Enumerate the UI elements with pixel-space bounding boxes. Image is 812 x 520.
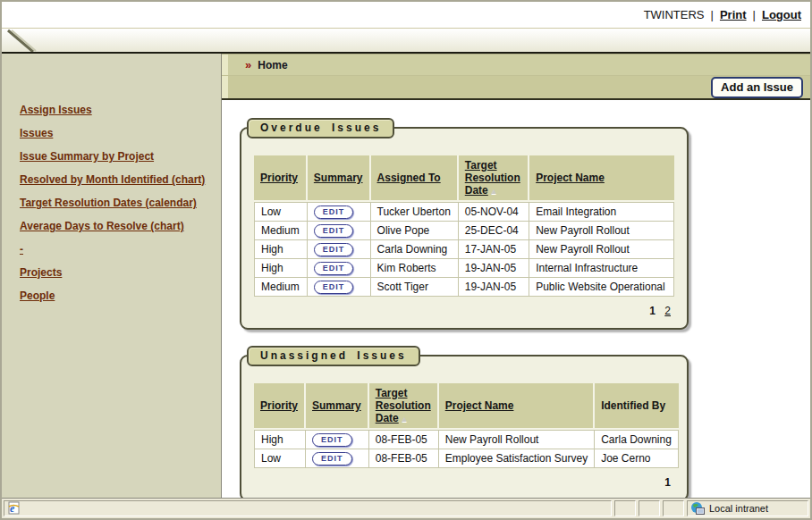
breadcrumb: » Home <box>222 54 810 75</box>
svg-text:e: e <box>10 502 15 515</box>
sidebar-item-target-calendar[interactable]: Target Resolution Dates (calendar) <box>20 197 221 220</box>
assigned-to-cell: Carla Downing <box>371 240 459 259</box>
col-project-name: Project Name <box>529 155 674 202</box>
sidebar-item-resolved-chart[interactable]: Resolved by Month Identified (chart) <box>20 173 221 197</box>
sidebar-item-dash[interactable]: - <box>20 243 221 266</box>
project-name-cell: Email Integration <box>529 202 674 222</box>
target-date-cell: 19-JAN-05 <box>459 259 529 278</box>
swoosh-decoration <box>4 29 57 52</box>
assigned-to-cell: Olive Pope <box>371 222 459 240</box>
add-issue-button[interactable]: Add an Issue <box>711 77 803 98</box>
security-zone-panel: Local intranet <box>687 500 808 516</box>
assigned-to-cell: Scott Tiger <box>371 278 459 297</box>
priority-cell: High <box>254 430 306 449</box>
project-name-cell: New Payroll Rollout <box>529 240 674 259</box>
browser-window: TWINTERS | Print | Logout Assign Issues … <box>0 0 812 520</box>
summary-cell: EDIT <box>306 430 369 449</box>
browser-statusbar: e Local intranet <box>2 498 810 518</box>
banner-band <box>2 28 810 52</box>
status-panel-1 <box>614 500 636 516</box>
sort-ascending-icon: ▲ <box>401 415 409 424</box>
sort-assigned-link[interactable]: Assigned To <box>377 172 441 184</box>
summary-cell: EDIT <box>306 449 369 468</box>
sort-summary-link[interactable]: Summary <box>312 399 361 412</box>
edit-button[interactable]: EDIT <box>314 262 354 275</box>
header-separator: | <box>753 8 756 21</box>
identified-by-cell: Carla Downing <box>595 430 679 449</box>
sidebar-item-assign-issues[interactable]: Assign Issues <box>20 104 221 127</box>
page-2-link[interactable]: 2 <box>664 305 671 317</box>
table-row: High EDIT Kim Roberts 19-JAN-05 Internal… <box>254 259 674 278</box>
sort-priority-link[interactable]: Priority <box>260 399 298 412</box>
col-priority: Priority <box>254 383 306 430</box>
identified-by-header: Identified By <box>601 399 665 412</box>
sort-priority-link[interactable]: Priority <box>260 172 298 184</box>
sort-project-link[interactable]: Project Name <box>445 399 514 412</box>
table-row: Medium EDIT Olive Pope 25-DEC-04 New Pay… <box>254 222 674 240</box>
summary-cell: EDIT <box>308 202 371 222</box>
col-project-name: Project Name <box>439 383 595 430</box>
project-name-cell: New Payroll Rollout <box>529 222 674 240</box>
table-row: Low EDIT Tucker Uberton 05-NOV-04 Email … <box>254 202 674 222</box>
sidebar-item-projects[interactable]: Projects <box>20 266 221 289</box>
logout-link[interactable]: Logout <box>762 8 801 21</box>
local-intranet-icon <box>690 501 705 516</box>
col-priority: Priority <box>254 155 308 202</box>
priority-cell: Medium <box>254 278 308 297</box>
assigned-to-cell: Kim Roberts <box>371 259 459 278</box>
summary-cell: EDIT <box>308 222 371 240</box>
unassigned-pagination: 1 <box>254 468 674 492</box>
unassigned-issues-table: Priority Summary Target Resolution Date▲… <box>254 383 679 468</box>
header-separator: | <box>711 8 714 21</box>
print-link[interactable]: Print <box>720 8 747 21</box>
col-summary: Summary <box>306 383 369 430</box>
sidebar-nav: Assign Issues Issues Issue Summary by Pr… <box>2 54 222 498</box>
col-target-date: Target Resolution Date▲ <box>459 155 529 202</box>
header-row: Priority Summary Target Resolution Date▲… <box>254 383 679 430</box>
target-date-cell: 08-FEB-05 <box>369 449 439 468</box>
priority-cell: High <box>254 240 308 259</box>
table-row: Medium EDIT Scott Tiger 19-JAN-05 Public… <box>254 278 674 297</box>
priority-cell: Low <box>254 202 308 222</box>
table-row: High EDIT Carla Downing 17-JAN-05 New Pa… <box>254 240 674 259</box>
unassigned-issues-region: Unassigned Issues Priority Summary Targe… <box>240 355 689 498</box>
header-row: Priority Summary Assigned To Target Reso… <box>254 155 674 202</box>
target-date-cell: 05-NOV-04 <box>459 202 529 222</box>
overdue-region-title: Overdue Issues <box>247 118 394 138</box>
priority-cell: High <box>254 259 308 278</box>
edit-button[interactable]: EDIT <box>314 243 354 256</box>
sidebar-item-issues[interactable]: Issues <box>20 127 221 150</box>
identified-by-cell: Joe Cerno <box>595 449 679 468</box>
status-panel-main: e <box>4 500 612 516</box>
assigned-to-cell: Tucker Uberton <box>371 202 459 222</box>
sidebar-item-average-days[interactable]: Average Days to Resolve (chart) <box>20 220 221 243</box>
ie-page-icon: e <box>6 501 21 516</box>
page-body: Overdue Issues Priority Summary Assigned… <box>222 100 810 498</box>
table-row: Low EDIT 08-FEB-05 Employee Satisfaction… <box>254 449 679 468</box>
breadcrumb-home[interactable]: Home <box>258 59 287 71</box>
project-name-cell: Public Website Operational <box>529 278 674 297</box>
security-zone-label: Local intranet <box>709 503 768 514</box>
col-summary: Summary <box>308 155 371 202</box>
page-current: 1 <box>649 305 656 317</box>
sidebar-item-issue-summary[interactable]: Issue Summary by Project <box>20 150 221 173</box>
status-panel-3 <box>663 500 684 516</box>
main-area: Assign Issues Issues Issue Summary by Pr… <box>2 54 810 498</box>
target-date-cell: 08-FEB-05 <box>369 430 439 449</box>
edit-button[interactable]: EDIT <box>312 452 352 465</box>
summary-cell: EDIT <box>308 240 371 259</box>
edit-button[interactable]: EDIT <box>314 224 354 238</box>
overdue-pagination: 1 2 <box>254 297 674 321</box>
edit-button[interactable]: EDIT <box>312 433 352 447</box>
priority-cell: Low <box>254 449 306 468</box>
sort-ascending-icon: ▲ <box>490 187 498 196</box>
edit-button[interactable]: EDIT <box>314 205 354 219</box>
col-assigned-to: Assigned To <box>371 155 459 202</box>
status-panel-2 <box>639 500 660 516</box>
edit-button[interactable]: EDIT <box>314 281 354 294</box>
sort-summary-link[interactable]: Summary <box>314 172 363 184</box>
unassigned-region-title: Unassigned Issues <box>247 346 420 366</box>
col-identified-by: Identified By <box>595 383 679 430</box>
sort-project-link[interactable]: Project Name <box>536 172 605 184</box>
sidebar-item-people[interactable]: People <box>20 289 221 313</box>
